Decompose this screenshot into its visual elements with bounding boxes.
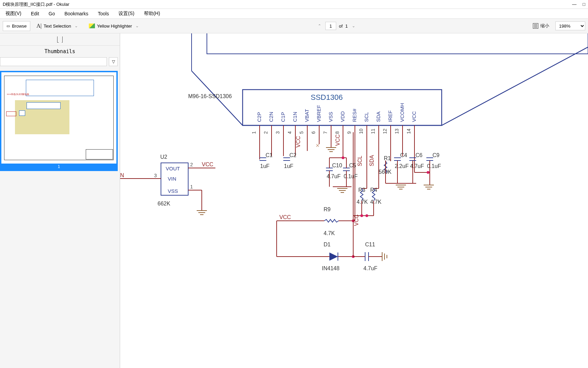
svg-text:C5: C5 bbox=[349, 163, 356, 168]
svg-text:C2: C2 bbox=[290, 152, 297, 158]
svg-text:SDA: SDA bbox=[369, 155, 375, 166]
svg-point-139 bbox=[365, 214, 368, 217]
svg-text:4.7uF: 4.7uF bbox=[363, 265, 377, 271]
svg-text:3: 3 bbox=[154, 173, 157, 178]
svg-text:SSD1306: SSD1306 bbox=[311, 93, 343, 102]
page-number-input[interactable] bbox=[325, 22, 336, 30]
yellow-highlighter-button[interactable]: Yellow Highlighter ⌄ bbox=[85, 21, 144, 31]
svg-text:C1P: C1P bbox=[280, 112, 286, 122]
svg-text:560K: 560K bbox=[379, 169, 392, 175]
svg-text:R3: R3 bbox=[358, 187, 365, 193]
svg-text:1: 1 bbox=[190, 184, 193, 189]
svg-text:4.7K: 4.7K bbox=[370, 199, 381, 205]
document-viewport[interactable]: M96-16-SSD1306 SSD1306 C2P1C2N2C1P3C1N4V… bbox=[120, 33, 588, 368]
svg-text:2.2uF: 2.2uF bbox=[395, 163, 409, 169]
svg-text:IREF: IREF bbox=[387, 110, 393, 122]
zoom-out-icon bbox=[533, 23, 538, 29]
svg-text:×: × bbox=[316, 142, 320, 149]
svg-text:C1N: C1N bbox=[292, 112, 298, 122]
svg-text:C11: C11 bbox=[365, 242, 375, 247]
svg-text:VCC: VCC bbox=[354, 214, 359, 226]
svg-text:VCC: VCC bbox=[202, 162, 213, 167]
svg-text:M96-16-SSD1306: M96-16-SSD1306 bbox=[188, 93, 232, 99]
minimize-button[interactable]: — bbox=[572, 2, 576, 7]
svg-text:C10: C10 bbox=[332, 163, 342, 168]
menu-help[interactable]: 帮助(H) bbox=[140, 9, 164, 18]
zoom-out-button[interactable]: 缩小 bbox=[529, 21, 553, 31]
svg-text:VOUT: VOUT bbox=[166, 166, 180, 171]
menu-bookmarks[interactable]: Bookmarks bbox=[60, 10, 92, 18]
svg-text:SCL: SCL bbox=[357, 156, 363, 166]
page-down-button[interactable]: ⌄ bbox=[350, 24, 357, 28]
svg-text:N: N bbox=[120, 172, 124, 178]
sidebar-tab-bookmarks[interactable] bbox=[0, 33, 120, 46]
svg-text:VIN: VIN bbox=[168, 176, 176, 182]
text-selection-button[interactable]: A| Text Selection ⌄ bbox=[33, 21, 83, 31]
svg-text:4.7K: 4.7K bbox=[357, 199, 368, 205]
svg-text:1: 1 bbox=[251, 131, 257, 134]
svg-text:14: 14 bbox=[406, 128, 411, 134]
svg-text:4.7uF: 4.7uF bbox=[410, 163, 424, 169]
thumbnail-preview: ×××单色OLED驱动板 bbox=[1, 72, 116, 164]
sidebar: Thumbnails ▽ ×××单色OLED驱动板 1 bbox=[0, 33, 120, 368]
svg-text:SDA: SDA bbox=[375, 111, 381, 122]
thumbnail-page-number: 1 bbox=[1, 164, 116, 170]
schematic-drawing: M96-16-SSD1306 SSD1306 C2P1C2N2C1P3C1N4V… bbox=[120, 33, 588, 368]
svg-text:VCC: VCC bbox=[295, 136, 301, 148]
browse-button[interactable]: ▭ Browse bbox=[3, 21, 30, 31]
svg-text:VCC: VCC bbox=[411, 111, 417, 122]
svg-point-133 bbox=[427, 171, 429, 174]
menu-edit[interactable]: Edit bbox=[27, 10, 43, 18]
svg-text:IN4148: IN4148 bbox=[322, 265, 340, 271]
svg-text:R4: R4 bbox=[370, 187, 377, 193]
svg-text:D1: D1 bbox=[324, 242, 331, 247]
svg-point-110 bbox=[342, 156, 344, 159]
svg-text:5: 5 bbox=[299, 131, 304, 134]
chevron-down-icon: ⌄ bbox=[134, 24, 140, 28]
svg-text:VCOMH: VCOMH bbox=[399, 103, 405, 122]
menu-settings[interactable]: 设置(S) bbox=[114, 9, 138, 18]
page-total: 1 bbox=[345, 24, 348, 29]
svg-text:VBAT: VBAT bbox=[304, 109, 310, 122]
browse-icon: ▭ bbox=[6, 24, 10, 28]
menu-tools[interactable]: Tools bbox=[94, 10, 113, 18]
svg-text:4.7K: 4.7K bbox=[324, 230, 335, 236]
bookmark-icon bbox=[57, 36, 63, 43]
svg-text:C9: C9 bbox=[432, 152, 440, 158]
highlighter-icon bbox=[89, 24, 95, 28]
svg-text:7: 7 bbox=[323, 131, 328, 134]
svg-point-138 bbox=[360, 214, 363, 217]
page-up-button[interactable]: ⌃ bbox=[316, 24, 323, 28]
thumbnail-search-input[interactable] bbox=[0, 57, 107, 66]
svg-text:12: 12 bbox=[382, 128, 388, 134]
svg-text:4.7uF: 4.7uF bbox=[327, 173, 341, 179]
toolbar: ▭ Browse A| Text Selection ⌄ Yellow High… bbox=[0, 18, 588, 33]
svg-text:662K: 662K bbox=[158, 201, 170, 206]
window-title: D模块原理图_IIC接口.pdf - Okular bbox=[3, 1, 572, 7]
svg-text:8: 8 bbox=[334, 131, 340, 134]
svg-text:11: 11 bbox=[370, 128, 376, 134]
svg-text:VDD: VDD bbox=[340, 111, 345, 122]
svg-text:2: 2 bbox=[190, 162, 193, 167]
svg-text:RES#: RES# bbox=[352, 108, 357, 122]
svg-text:VCC: VCC bbox=[335, 134, 341, 146]
filter-button[interactable]: ▽ bbox=[109, 57, 118, 66]
maximize-button[interactable]: □ bbox=[583, 2, 585, 7]
thumbnail-page-1[interactable]: ×××单色OLED驱动板 1 bbox=[0, 71, 118, 171]
svg-marker-150 bbox=[329, 252, 338, 261]
svg-text:4: 4 bbox=[287, 131, 292, 134]
svg-text:3: 3 bbox=[275, 131, 280, 134]
menu-view[interactable]: 视图(V) bbox=[1, 9, 26, 18]
svg-text:VSS: VSS bbox=[168, 188, 178, 194]
svg-text:13: 13 bbox=[394, 128, 399, 134]
svg-text:6: 6 bbox=[311, 131, 316, 134]
svg-text:SCL: SCL bbox=[363, 112, 369, 122]
svg-text:1uF: 1uF bbox=[284, 163, 294, 169]
menu-go[interactable]: Go bbox=[45, 10, 59, 18]
menu-bar: 视图(V) Edit Go Bookmarks Tools 设置(S) 帮助(H… bbox=[0, 9, 588, 18]
svg-text:C1: C1 bbox=[266, 152, 273, 158]
zoom-level-select[interactable]: 198% bbox=[555, 21, 585, 30]
svg-text:C4: C4 bbox=[400, 152, 407, 158]
svg-text:C2P: C2P bbox=[256, 112, 262, 122]
svg-text:0.1uF: 0.1uF bbox=[344, 173, 358, 179]
